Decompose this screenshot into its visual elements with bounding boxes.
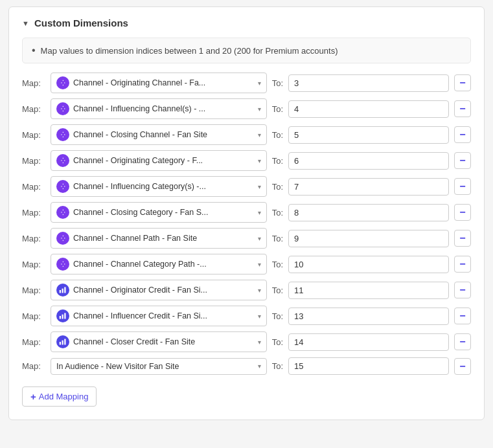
- dimension-dropdown[interactable]: Channel - Influencer Credit - Fan Si...▾: [51, 306, 267, 326]
- remove-mapping-button[interactable]: −: [454, 100, 471, 117]
- remove-mapping-button[interactable]: −: [454, 74, 471, 91]
- to-input[interactable]: [288, 152, 449, 170]
- section-header[interactable]: ▼ Custom Dimensions: [22, 17, 471, 28]
- svg-rect-4: [62, 315, 63, 319]
- remove-mapping-button[interactable]: −: [454, 308, 471, 324]
- add-mapping-button[interactable]: + Add Mapping: [22, 386, 97, 407]
- dimension-dropdown-wrapper: Channel - Closer Credit - Fan Site▾: [51, 331, 267, 352]
- to-input[interactable]: [288, 74, 449, 92]
- dimension-label: Channel - Closer Credit - Fan Site: [73, 337, 254, 346]
- quote-icon: ⁛: [56, 154, 69, 167]
- dimension-dropdown[interactable]: In Audience - New Visitor Fan Site▾: [51, 358, 267, 375]
- quote-icon: ⁛: [56, 180, 69, 193]
- section-title: Custom Dimensions: [34, 17, 128, 28]
- dimension-dropdown-wrapper: ⁛Channel - Channel Category Path -...▾: [51, 254, 267, 274]
- dimension-label: Channel - Influencer Credit - Fan Si...: [73, 311, 254, 320]
- remove-mapping-button[interactable]: −: [454, 230, 471, 247]
- remove-mapping-button[interactable]: −: [454, 178, 471, 195]
- quote-icon: ⁛: [56, 102, 69, 115]
- remove-mapping-button[interactable]: −: [454, 152, 471, 169]
- dimension-dropdown-wrapper: ⁛Channel - Originating Category - F...▾: [51, 150, 267, 171]
- svg-rect-0: [60, 290, 61, 293]
- dimension-dropdown[interactable]: ⁛Channel - Originating Channel - Fa...▾: [51, 73, 267, 93]
- dimension-label: Channel - Influencing Channel(s) - ...: [73, 104, 254, 113]
- dimension-label: Channel - Influencing Category(s) -...: [73, 182, 254, 191]
- to-label: To:: [272, 361, 283, 371]
- dimension-dropdown[interactable]: Channel - Originator Credit - Fan Si...▾: [51, 280, 267, 300]
- map-label: Map:: [22, 130, 45, 140]
- to-label: To:: [272, 337, 283, 347]
- dimension-label: Channel - Closing Channel - Fan Site: [73, 130, 254, 139]
- map-label: Map:: [22, 208, 45, 218]
- dimension-dropdown[interactable]: ⁛Channel - Channel Category Path -...▾: [51, 254, 267, 274]
- to-input[interactable]: [288, 126, 449, 144]
- to-input[interactable]: [288, 357, 449, 375]
- dimension-dropdown[interactable]: ⁛Channel - Originating Category - F...▾: [51, 150, 267, 171]
- chevron-down-icon: ▾: [258, 235, 261, 242]
- chevron-down-icon: ▾: [258, 363, 261, 370]
- table-row: Map:Channel - Closer Credit - Fan Site▾T…: [22, 331, 471, 352]
- to-input[interactable]: [288, 333, 449, 351]
- dimension-dropdown[interactable]: ⁛Channel - Closing Channel - Fan Site▾: [51, 124, 267, 145]
- to-label: To:: [272, 234, 283, 243]
- dimension-dropdown-wrapper: ⁛Channel - Closing Category - Fan S...▾: [51, 202, 267, 223]
- dimension-dropdown[interactable]: ⁛Channel - Influencing Channel(s) - ...▾: [51, 98, 267, 119]
- custom-dimensions-card: ▼ Custom Dimensions • Map values to dime…: [8, 6, 485, 420]
- dimension-dropdown-wrapper: Channel - Influencer Credit - Fan Si...▾: [51, 306, 267, 326]
- dimension-dropdown[interactable]: ⁛Channel - Closing Category - Fan S...▾: [51, 202, 267, 223]
- to-label: To:: [272, 104, 283, 114]
- dimension-dropdown[interactable]: ⁛Channel - Influencing Category(s) -...▾: [51, 176, 267, 197]
- map-label: Map:: [22, 286, 45, 295]
- dimension-label: Channel - Originator Credit - Fan Si...: [73, 286, 254, 295]
- remove-mapping-button[interactable]: −: [454, 256, 471, 273]
- dimension-dropdown-wrapper: ⁛Channel - Channel Path - Fan Site▾: [51, 228, 267, 249]
- table-row: Map:⁛Channel - Originating Category - F.…: [22, 150, 471, 171]
- table-row: Map:⁛Channel - Influencing Category(s) -…: [22, 176, 471, 197]
- table-row: Map:Channel - Influencer Credit - Fan Si…: [22, 306, 471, 326]
- dimension-dropdown-wrapper: Channel - Originator Credit - Fan Si...▾: [51, 280, 267, 300]
- svg-rect-1: [62, 289, 63, 293]
- add-mapping-label: Add Mapping: [39, 392, 89, 401]
- to-input[interactable]: [288, 204, 449, 221]
- chevron-down-icon: ▾: [258, 131, 261, 139]
- chevron-down-icon: ▾: [258, 261, 261, 268]
- mappings-container: Map:⁛Channel - Originating Channel - Fa.…: [22, 73, 471, 375]
- to-label: To:: [272, 286, 283, 295]
- remove-mapping-button[interactable]: −: [454, 204, 471, 221]
- dimension-dropdown-wrapper: ⁛Channel - Influencing Channel(s) - ...▾: [51, 98, 267, 119]
- remove-mapping-button[interactable]: −: [454, 126, 471, 143]
- svg-rect-2: [64, 287, 65, 293]
- svg-rect-7: [62, 341, 63, 345]
- chevron-down-icon: ▾: [258, 313, 261, 320]
- table-row: Map:⁛Channel - Originating Channel - Fa.…: [22, 73, 471, 93]
- svg-rect-3: [60, 316, 61, 319]
- table-row: Map:⁛Channel - Influencing Channel(s) - …: [22, 98, 471, 119]
- quote-icon: ⁛: [56, 258, 69, 271]
- bar-chart-icon: [56, 335, 69, 348]
- to-input[interactable]: [288, 308, 449, 325]
- svg-rect-6: [60, 342, 61, 345]
- chevron-down-icon: ▾: [258, 287, 261, 294]
- remove-mapping-button[interactable]: −: [454, 358, 471, 375]
- map-label: Map:: [22, 104, 45, 114]
- to-label: To:: [272, 311, 283, 321]
- table-row: Map:⁛Channel - Closing Channel - Fan Sit…: [22, 124, 471, 145]
- chevron-icon: ▼: [22, 19, 29, 27]
- to-label: To:: [272, 130, 283, 140]
- chevron-down-icon: ▾: [258, 80, 261, 87]
- to-input[interactable]: [288, 256, 449, 273]
- table-row: Map:Channel - Originator Credit - Fan Si…: [22, 280, 471, 300]
- map-label: Map:: [22, 361, 45, 371]
- dimension-dropdown-wrapper: ⁛Channel - Originating Channel - Fa...▾: [51, 73, 267, 93]
- dimension-dropdown[interactable]: ⁛Channel - Channel Path - Fan Site▾: [51, 228, 267, 249]
- dimension-dropdown[interactable]: Channel - Closer Credit - Fan Site▾: [51, 331, 267, 352]
- to-input[interactable]: [288, 178, 449, 196]
- to-label: To:: [272, 78, 283, 88]
- info-text: Map values to dimension indices between …: [41, 46, 338, 56]
- plus-icon: +: [30, 391, 36, 402]
- remove-mapping-button[interactable]: −: [454, 282, 471, 298]
- remove-mapping-button[interactable]: −: [454, 333, 471, 350]
- to-input[interactable]: [288, 100, 449, 118]
- to-input[interactable]: [288, 282, 449, 299]
- to-input[interactable]: [288, 230, 449, 247]
